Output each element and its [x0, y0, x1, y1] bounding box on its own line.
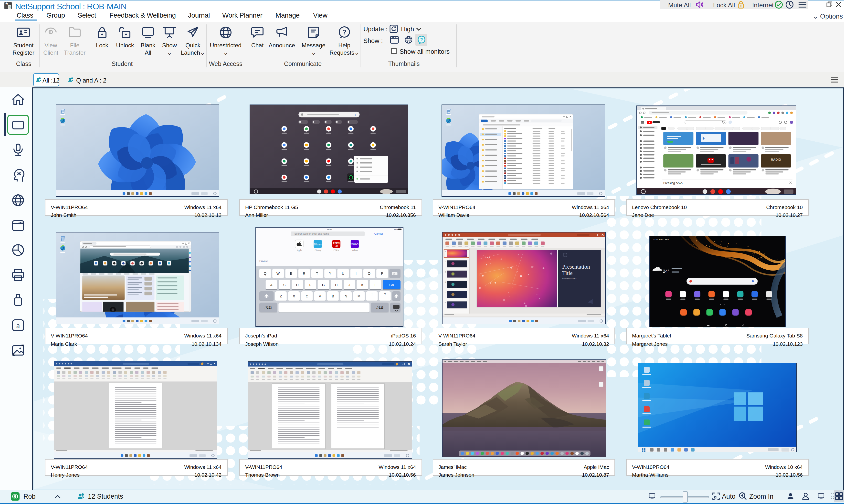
svg-text:H: H	[335, 283, 337, 287]
svg-text:V: V	[319, 294, 321, 298]
svg-text:Y: Y	[329, 271, 331, 275]
svg-text:E: E	[290, 271, 292, 275]
svg-text:?: ?	[342, 28, 346, 36]
svg-text:C: C	[306, 294, 308, 298]
svg-text:.?123: .?123	[264, 306, 272, 309]
svg-text:G: G	[322, 283, 325, 287]
svg-text:16:42: 16:42	[327, 228, 332, 231]
svg-text:P: P	[381, 271, 383, 275]
svg-text:Z: Z	[280, 294, 282, 298]
svg-text:a: a	[16, 321, 20, 330]
svg-text:L: L	[374, 283, 376, 287]
svg-text:X: X	[292, 294, 295, 298]
svg-text:Q: Q	[264, 271, 266, 275]
svg-text:Yahoo: Yahoo	[352, 249, 358, 251]
svg-text:Go: Go	[389, 283, 394, 287]
svg-text:Apple: Apple	[297, 249, 302, 251]
svg-text:10:09 Tue 7 Mar: 10:09 Tue 7 Mar	[652, 238, 669, 241]
svg-text:5: 5	[445, 291, 446, 293]
svg-text:UK: UK	[335, 245, 338, 247]
svg-text:Search web or enter site name: Search web or enter site name	[294, 232, 329, 235]
svg-text:.: .	[384, 296, 385, 300]
svg-text:Presenter Name: Presenter Name	[562, 277, 576, 280]
svg-text:U: U	[342, 271, 344, 275]
svg-text:Breaking news: Breaking news	[663, 181, 683, 185]
svg-text:RADIO: RADIO	[771, 158, 781, 161]
svg-text:W: W	[276, 271, 280, 275]
svg-text:J: J	[348, 283, 350, 287]
svg-text:ESPN: ESPN	[333, 242, 339, 245]
svg-text:!: !	[371, 292, 372, 296]
svg-text:2: 2	[445, 260, 446, 263]
svg-text:F: F	[309, 283, 311, 287]
svg-text:N: N	[345, 294, 347, 298]
svg-text:1: 1	[445, 250, 446, 252]
svg-text:D: D	[296, 283, 299, 287]
svg-text:R: R	[303, 271, 305, 275]
svg-text:A: A	[270, 283, 272, 287]
svg-text:Presentation: Presentation	[562, 264, 590, 270]
svg-text:Private: Private	[259, 259, 268, 262]
svg-text:65%: 65%	[394, 228, 398, 231]
svg-text:T: T	[316, 271, 318, 275]
svg-text:S: S	[283, 283, 285, 287]
svg-text:Title: Title	[562, 270, 572, 276]
svg-text:K: K	[361, 283, 363, 287]
svg-text:.?123: .?123	[376, 306, 383, 309]
svg-text:?: ?	[384, 292, 385, 296]
svg-text:YAHOO!: YAHOO!	[350, 243, 359, 245]
svg-text:?: ?	[420, 37, 423, 42]
svg-text:B: B	[331, 294, 334, 298]
svg-text:,: ,	[371, 296, 372, 300]
svg-text:Cancel: Cancel	[374, 232, 383, 235]
svg-text:I: I	[355, 271, 356, 275]
svg-text:Disney: Disney	[313, 242, 322, 246]
svg-text:M: M	[357, 294, 360, 298]
svg-text:24°: 24°	[663, 269, 669, 274]
svg-text:3: 3	[445, 271, 446, 273]
svg-text:Disney: Disney	[315, 249, 321, 251]
svg-text:4: 4	[445, 281, 446, 283]
svg-text:ESPN: ESPN	[333, 249, 339, 251]
svg-text:O: O	[367, 271, 370, 275]
svg-text:6: 6	[445, 302, 446, 304]
